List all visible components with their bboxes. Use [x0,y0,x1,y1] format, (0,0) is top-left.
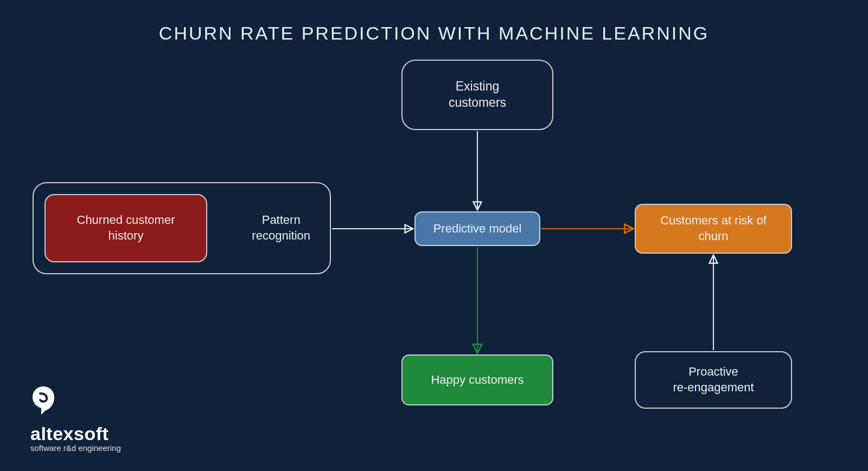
brand-logo: altexsoft software r&d engineering [30,385,121,453]
node-predictive-model: Predictive model [414,211,540,246]
pattern-recognition-label: Pattern recognition [252,212,310,243]
node-existing-customers: Existing customers [401,60,553,130]
node-proactive-reengagement: Proactive re-engagement [635,351,792,409]
node-churned-history: Churned customer history [44,194,207,262]
altexsoft-icon [30,385,56,418]
brand-tagline: software r&d engineering [30,443,121,453]
node-customers-at-risk: Customers at risk of churn [635,204,792,254]
diagram-title: CHURN RATE PREDICTION WITH MACHINE LEARN… [0,23,868,44]
brand-name: altexsoft [30,423,121,444]
node-happy-customers: Happy customers [401,354,553,405]
